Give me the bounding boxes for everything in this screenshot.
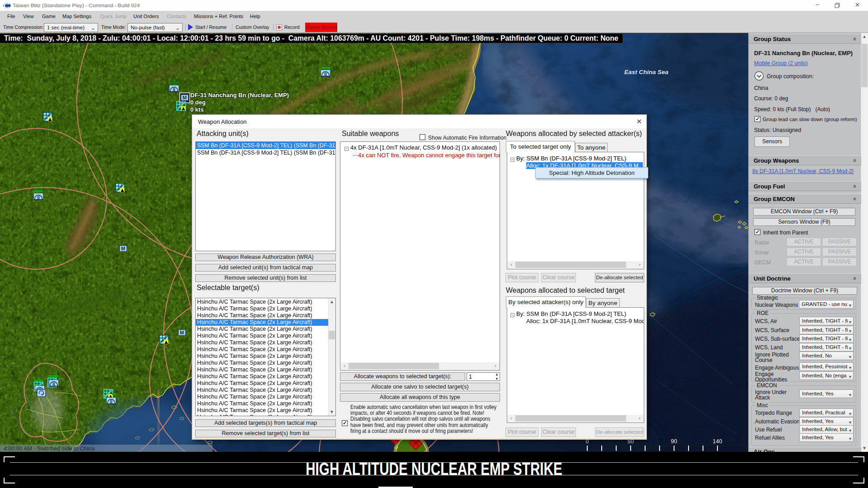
- svg-text:4:00:00 AM - Switched side to: 4:00:00 AM - Switched side to China: [4, 446, 95, 452]
- svg-text:0 kts: 0 kts: [190, 106, 204, 113]
- svg-text:0 deg: 0 deg: [190, 99, 206, 106]
- svg-text:140: 140: [713, 438, 722, 445]
- svg-text:DF-31 Nanchang Bn (Nuclear, EM: DF-31 Nanchang Bn (Nuclear, EMP): [190, 92, 289, 99]
- svg-text:90: 90: [671, 438, 677, 445]
- svg-text:East China Sea: East China Sea: [624, 69, 669, 75]
